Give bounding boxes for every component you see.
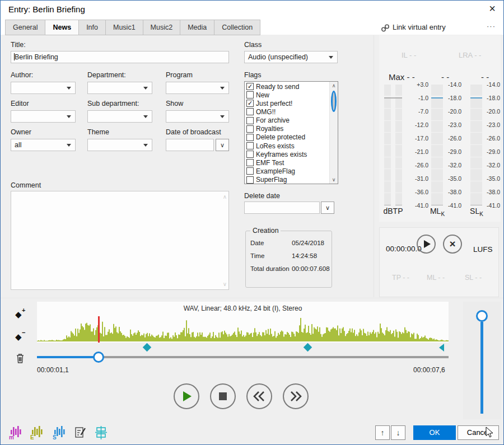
sub-department-combo[interactable] (87, 110, 152, 123)
tab-music1[interactable]: Music1 (105, 20, 143, 35)
theme-combo[interactable] (87, 139, 152, 151)
comment-label: Comment (11, 181, 41, 189)
link-virtual-entry-header: Link virtual entry ··· (379, 22, 499, 34)
meter-reference-line (431, 97, 443, 99)
volume-slider-thumb[interactable] (476, 310, 488, 322)
speech-audio-icon[interactable]: S (53, 425, 66, 443)
tabs: General News Info Music1 Music2 Media Co… (5, 20, 260, 35)
flag-item[interactable]: Delete protected (245, 133, 329, 142)
fast-forward-icon (284, 385, 307, 408)
tab-info[interactable]: Info (78, 20, 106, 35)
flag-item[interactable]: SuperFlag (245, 176, 329, 184)
flag-item[interactable]: ✓Just perfect! (245, 99, 329, 107)
checkbox[interactable] (246, 151, 254, 158)
checkbox[interactable] (246, 117, 254, 124)
flag-item[interactable]: New (245, 91, 329, 99)
wave-marker-icon[interactable] (304, 343, 312, 352)
remove-marker-button[interactable]: ◆ − (15, 332, 22, 342)
flag-item[interactable]: For archive (245, 116, 329, 125)
meter-tick: -20.0 (487, 108, 500, 115)
flag-item[interactable]: LoRes exists (245, 142, 329, 150)
flag-item[interactable]: OMG!! (245, 107, 329, 116)
play-button[interactable] (174, 383, 199, 409)
checkbox[interactable]: ✓ (246, 83, 254, 90)
measure-play-button[interactable] (417, 235, 436, 254)
delete-date-input[interactable] (244, 202, 320, 214)
stop-button[interactable] (210, 383, 236, 409)
flag-item[interactable]: Keyframes exists (245, 150, 329, 158)
flag-item[interactable]: ExampleFlag (245, 167, 329, 175)
tab-collection[interactable]: Collection (214, 20, 260, 35)
move-up-button[interactable]: ↑ (375, 425, 390, 440)
seek-slider-fill (37, 356, 99, 358)
show-combo[interactable] (166, 110, 229, 123)
flag-item[interactable]: ✓Ready to send (245, 82, 329, 91)
arrange-entries-icon[interactable] (95, 426, 109, 442)
date-of-broadcast-input[interactable] (166, 139, 214, 151)
program-label: Program (166, 71, 193, 79)
flag-label: OMG!! (256, 108, 276, 116)
title-input[interactable]: Berlin Briefing (11, 51, 229, 63)
tab-music2[interactable]: Music2 (143, 20, 181, 35)
class-combo[interactable]: Audio (unspecified) (244, 51, 338, 63)
rewind-button[interactable] (246, 383, 272, 409)
meter-tick: -18.0 (448, 95, 461, 101)
checkbox[interactable] (246, 142, 254, 149)
meter-tick: -41.0 (448, 202, 461, 209)
checkbox[interactable] (246, 125, 254, 133)
edit-script-icon[interactable] (74, 426, 87, 442)
link-virtual-entry-label[interactable]: Link virtual entry (393, 23, 446, 31)
ml-value: ML - - (427, 274, 445, 282)
forward-button[interactable] (283, 383, 309, 409)
chevron-down-icon: ∨ (325, 204, 330, 211)
volume-slider-track[interactable] (480, 322, 483, 414)
more-options-icon[interactable]: ··· (487, 22, 496, 30)
program-combo[interactable] (166, 82, 229, 94)
owner-combo[interactable]: all (11, 139, 76, 151)
checkbox[interactable]: ✓ (246, 100, 254, 107)
delete-audio-button[interactable] (15, 353, 25, 366)
scrollbar-thumb[interactable] (331, 91, 337, 112)
move-down-button[interactable]: ↓ (391, 425, 405, 440)
dropdown-arrow-icon (329, 56, 333, 59)
checkbox[interactable] (246, 108, 254, 115)
flag-label: New (256, 91, 269, 99)
waveform-display[interactable]: WAV, Linear; 48.0 kHz, 24 bit (I), Stere… (37, 302, 449, 343)
editor-combo[interactable] (11, 110, 76, 123)
tab-general[interactable]: General (5, 20, 45, 35)
comment-textarea[interactable]: ∧ ∨ (11, 191, 229, 290)
playback-cursor[interactable] (98, 316, 100, 343)
checkbox[interactable] (246, 176, 254, 184)
seek-slider-thumb[interactable] (93, 352, 104, 363)
effects-audio-icon[interactable]: E (30, 425, 44, 443)
svg-text:S: S (53, 434, 57, 441)
checkbox[interactable] (246, 91, 254, 99)
max-dbtp-value: Max - - (389, 72, 415, 82)
tab-news[interactable]: News (45, 20, 79, 35)
music-audio-icon[interactable]: m (9, 425, 22, 443)
flags-label: Flags (244, 71, 262, 79)
flag-item[interactable]: EMF Test (245, 158, 329, 167)
close-icon[interactable]: × (489, 2, 496, 15)
panel-divider (374, 35, 374, 297)
meter-tick: -35.0 (487, 175, 500, 182)
scroll-up-icon[interactable]: ∧ (330, 83, 338, 88)
checkbox[interactable] (246, 159, 254, 166)
ok-button[interactable]: OK (413, 425, 456, 440)
checkbox[interactable] (246, 167, 254, 175)
author-combo[interactable] (11, 82, 76, 94)
department-combo[interactable] (87, 82, 152, 94)
flags-scrollbar[interactable]: ∧ ∨ (329, 82, 338, 184)
dialog-title: Entry: Berlin Briefing (8, 4, 85, 14)
date-of-broadcast-picker-button[interactable]: ∨ (216, 139, 229, 151)
delete-date-picker-button[interactable]: ∨ (321, 202, 334, 214)
measure-cancel-button[interactable]: × (443, 235, 462, 254)
checkbox[interactable] (246, 134, 254, 141)
end-marker-icon[interactable] (439, 344, 444, 352)
add-marker-button[interactable]: ◆ + (15, 310, 22, 320)
flag-item[interactable]: Royalties (245, 125, 329, 133)
wave-marker-icon[interactable] (143, 343, 152, 352)
flags-listbox[interactable]: ✓Ready to sendNew✓Just perfect!OMG!!For … (244, 81, 338, 184)
tab-media[interactable]: Media (180, 20, 214, 35)
scroll-down-icon[interactable]: ∨ (330, 177, 338, 182)
